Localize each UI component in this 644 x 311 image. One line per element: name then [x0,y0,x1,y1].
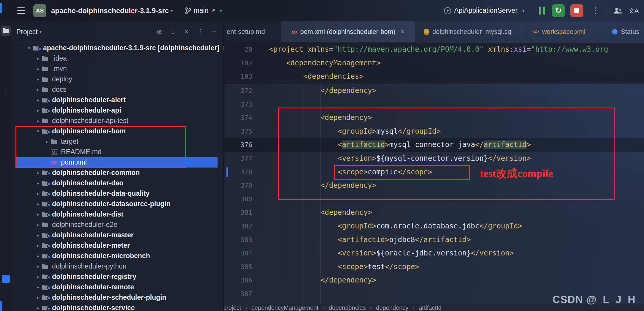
locate-opened-file-icon[interactable]: ⊕ [156,28,163,36]
code-with-me-icon[interactable] [613,7,622,15]
tree-item-dolphinscheduler-datasource-plugin[interactable]: ▸dolphinscheduler-datasource-plugin [12,199,223,209]
code-line-378[interactable]: 378 <scope>compile</scope> [224,165,644,179]
tree-chevron-icon[interactable]: ▸ [34,282,42,292]
tree-chevron-icon[interactable]: ▸ [34,251,42,261]
line-number[interactable]: 377 [224,152,269,165]
tree-chevron-icon[interactable]: ▸ [34,74,42,84]
tab-dolphinscheduler-mysql-sql[interactable]: dolphinscheduler_mysql.sql [415,21,522,42]
tree-item-deploy[interactable]: ▸deploy [12,74,223,84]
line-number[interactable]: 372 [224,84,269,98]
tree-chevron-icon[interactable]: ▸ [34,209,42,220]
line-number[interactable]: 381 [224,206,269,220]
line-number[interactable]: 382 [224,220,269,233]
hamburger-menu-icon[interactable] [17,7,25,14]
tree-item-dolphinscheduler-service[interactable]: ▸dolphinscheduler-service [12,303,223,311]
project-panel-title[interactable]: Project [16,28,38,36]
tree-item-dolphinscheduler-bom[interactable]: ▾dolphinscheduler-bom [12,126,223,136]
tree-item-dolphinscheduler-common[interactable]: ▸dolphinscheduler-common [12,168,223,178]
tree-chevron-icon[interactable]: ▸ [34,95,42,105]
tree-chevron-icon[interactable]: ▸ [34,188,42,199]
project-avatar[interactable]: AS [33,4,46,17]
tab-workspace-xml[interactable]: </>workspace.xml [522,21,596,42]
tree-item-readme-md[interactable]: M↓README.md [12,147,223,157]
blue-tool-icon[interactable] [2,275,10,283]
line-number[interactable]: 375 [224,125,269,138]
tree-item-dolphinscheduler-remote[interactable]: ▸dolphinscheduler-remote [12,282,223,292]
tree-chevron-icon[interactable]: ▸ [34,53,42,64]
code-line-386[interactable]: 386 </dependency> [224,274,644,287]
collapse-all-icon[interactable]: × [183,28,190,36]
breadcrumb-item-dependency[interactable]: dependency [376,304,408,311]
code-line-375[interactable]: 375 <groupId>mysql</groupId> [224,125,644,138]
tree-item-dolphinscheduler-api[interactable]: ▸dolphinscheduler-api [12,105,223,116]
tree-item-target[interactable]: ▸target [12,136,223,147]
code-line-374[interactable]: 374 <dependency> [224,111,644,125]
tree-item-dolphinscheduler-master[interactable]: ▸dolphinscheduler-master [12,230,223,240]
tree-chevron-icon[interactable]: ▸ [34,116,42,126]
tree-chevron-icon[interactable]: ▸ [34,292,42,303]
tree-chevron-icon[interactable]: ▸ [34,271,42,282]
line-number[interactable]: 380 [224,192,269,206]
code-line-381[interactable]: 381 <dependency> [224,206,644,220]
expand-all-icon[interactable]: ↕ [169,28,177,36]
run-config-selector[interactable]: ApiApplicationServer ▾ [444,7,526,15]
project-folder-icon[interactable] [1,26,11,36]
tree-chevron-icon[interactable]: ▸ [34,178,42,188]
tree-chevron-icon[interactable]: ▸ [34,84,42,95]
editor-area[interactable]: 372 </dependency>373374 <dependency>375 … [224,43,644,311]
line-number[interactable]: 383 [224,233,269,247]
tree-chevron-icon[interactable]: ▸ [34,240,42,251]
pause-button[interactable] [539,7,545,15]
code-line-376[interactable]: 376 <artifactId>mysql-connector-java</ar… [224,138,644,152]
code-line-382[interactable]: 382 <groupId>com.oracle.database.jdbc</g… [224,220,644,233]
code-line-373[interactable]: 373 [224,98,644,111]
line-number[interactable]: 376 [224,138,269,152]
tab-status[interactable]: Status [596,21,644,42]
code-line-380[interactable]: 380 [224,192,644,206]
translate-icon[interactable]: 文A [628,7,639,15]
tree-item-dolphinscheduler-api-test[interactable]: ▸dolphinscheduler-api-test [12,116,223,126]
code-line-372[interactable]: 372 </dependency> [224,84,644,98]
tree-chevron-icon[interactable]: ▸ [34,303,42,311]
tree-item-dolphinscheduler-e2e[interactable]: ▸dolphinscheduler-e2e [12,220,223,230]
more-actions-icon[interactable]: ⋮ [591,6,599,15]
tree-chevron-icon[interactable]: ▸ [34,64,42,74]
line-number[interactable]: 387 [224,287,269,301]
tree-item-dolphinscheduler-dao[interactable]: ▸dolphinscheduler-dao [12,178,223,188]
line-number[interactable]: 102 [224,56,269,70]
tab-ent-setup-md[interactable]: ent-setup.md [224,21,281,42]
tree-item-dolphinscheduler-dist[interactable]: ▸dolphinscheduler-dist [12,209,223,220]
tree-chevron-icon[interactable]: ▸ [34,261,42,271]
line-number[interactable]: 378 [224,165,269,179]
breadcrumb-item-dependencymanagement[interactable]: dependencyManagement [251,304,319,311]
code-line-20[interactable]: 20<project xmlns="http://maven.apache.or… [224,43,644,56]
tree-chevron-icon[interactable]: ▸ [34,168,42,178]
breadcrumb-item-project[interactable]: project [224,304,241,311]
tab-pom-xml-dolphinscheduler-bom[interactable]: mpom.xml (dolphinscheduler-bom)× [281,21,415,42]
code-line-377[interactable]: 377 <version>${mysql-connector.version}<… [224,152,644,165]
line-number[interactable]: 386 [224,274,269,287]
tree-item-dolphinscheduler-data-quality[interactable]: ▸dolphinscheduler-data-quality [12,188,223,199]
code-line-383[interactable]: 383 <artifactId>ojdbc8</artifactId> [224,233,644,247]
tree-chevron-icon[interactable]: ▾ [25,43,33,53]
line-number[interactable]: 103 [224,70,269,83]
line-number[interactable]: 374 [224,111,269,125]
line-number[interactable]: 384 [224,247,269,260]
code-line-387[interactable]: 387 [224,287,644,301]
tree-item-mvn[interactable]: ▸.mvn [12,64,223,74]
tree-item-pom-xml[interactable]: mpom.xml [12,157,223,168]
tree-item-dolphinscheduler-microbench[interactable]: ▸dolphinscheduler-microbench [12,251,223,261]
line-number[interactable]: 373 [224,98,269,111]
more-dots-icon[interactable]: ⋮ [3,90,9,97]
close-icon[interactable]: × [401,28,405,36]
breadcrumb-item-artifactid[interactable]: artifactId [419,304,442,311]
tree-item-dolphinscheduler-python[interactable]: ▸dolphinscheduler-python [12,261,223,271]
tree-chevron-icon[interactable]: ▸ [34,105,42,116]
tree-item-dolphinscheduler-registry[interactable]: ▸dolphinscheduler-registry [12,271,223,282]
tree-chevron-icon[interactable]: ▸ [43,136,51,147]
line-number[interactable]: 20 [224,43,269,56]
project-switcher[interactable]: apache-dolphinscheduler-3.1.9-src [51,7,169,15]
more-options-icon[interactable]: ⋮ [197,28,204,36]
code-line-385[interactable]: 385 <scope>test</scope> [224,260,644,274]
line-number[interactable]: 385 [224,260,269,274]
